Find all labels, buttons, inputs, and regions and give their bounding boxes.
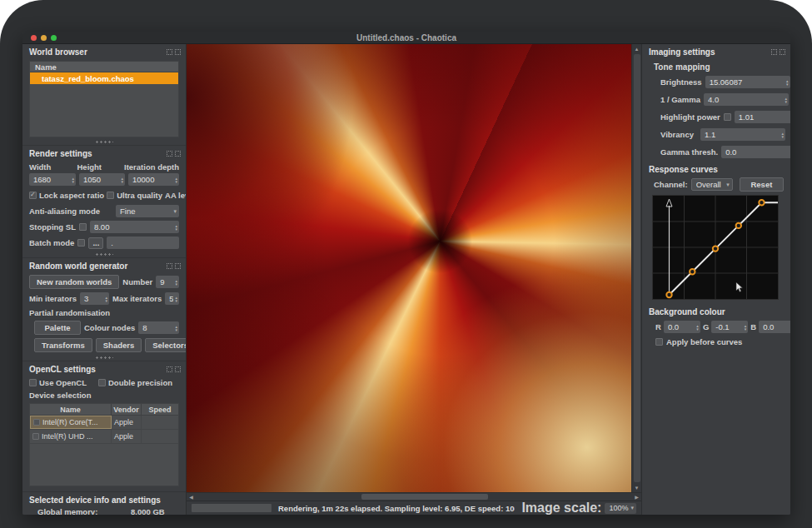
close-panel-icon[interactable] <box>780 49 785 55</box>
viewport-area: ▲ ▼ ◀ ▶ Rendering, 1m 22s elapsed. Sampl… <box>187 44 641 515</box>
spinner-arrows-icon[interactable] <box>780 132 785 138</box>
spinner-arrows-icon[interactable] <box>695 324 700 331</box>
spinner-arrows-icon[interactable] <box>173 296 179 302</box>
scroll-down-icon[interactable]: ▼ <box>632 483 641 492</box>
scroll-left-icon[interactable]: ◀ <box>187 493 196 501</box>
window-title: Untitled.chaos - Chaotica <box>22 33 790 42</box>
new-random-worlds-button[interactable]: New random worlds <box>29 275 119 289</box>
iteration-depth-field[interactable]: 10000 <box>128 173 179 186</box>
highlight-power-checkbox[interactable] <box>724 113 731 121</box>
fractal-render-view[interactable] <box>187 44 631 492</box>
highlight-power-field[interactable]: 1.01 <box>735 111 790 123</box>
gamma-thresh-field[interactable]: 0.0 <box>721 146 790 158</box>
vibrancy-label: Vibrancy <box>660 130 697 139</box>
ultra-quality-checkbox[interactable] <box>107 192 114 199</box>
double-precision-checkbox[interactable] <box>98 379 106 386</box>
device-selection-label: Device selection <box>29 391 91 400</box>
r-field[interactable]: 0.0 <box>664 321 700 333</box>
max-iterators-field[interactable]: 5 <box>165 292 179 305</box>
render-settings-title: Render settings <box>29 149 92 158</box>
scroll-right-icon[interactable]: ▶ <box>632 493 641 501</box>
close-panel-icon[interactable] <box>175 366 181 372</box>
height-field[interactable]: 1050 <box>79 173 125 186</box>
gamma-field[interactable]: 4.0 <box>704 93 789 106</box>
selectors-button[interactable]: Selectors <box>145 338 187 352</box>
g-label: G <box>703 322 709 331</box>
splitter-handle[interactable] <box>95 141 113 143</box>
shaders-button[interactable]: Shaders <box>96 338 142 352</box>
app-window: Untitled.chaos - Chaotica World browser … <box>22 32 790 515</box>
image-scale-dropdown[interactable]: 100% <box>605 503 636 514</box>
channel-dropdown[interactable]: Overall <box>691 178 733 191</box>
float-panel-icon[interactable] <box>167 263 172 269</box>
splitter-handle[interactable] <box>95 253 113 256</box>
vertical-scroll-thumb[interactable] <box>634 54 640 482</box>
horizontal-scroll-thumb[interactable] <box>361 494 488 500</box>
g-field[interactable]: -0.1 <box>711 321 748 333</box>
float-panel-icon[interactable] <box>167 366 172 372</box>
close-panel-icon[interactable] <box>175 151 181 157</box>
colour-nodes-field[interactable]: 8 <box>138 321 179 334</box>
spinner-arrows-icon[interactable] <box>173 279 179 286</box>
scroll-up-icon[interactable]: ▲ <box>632 44 641 53</box>
stopping-sl-checkbox[interactable] <box>79 223 87 231</box>
response-curves-title: Response curves <box>642 161 790 176</box>
palette-button[interactable]: Palette <box>34 321 81 335</box>
title-bar: Untitled.chaos - Chaotica <box>22 32 790 44</box>
width-field[interactable]: 1680 <box>29 173 76 186</box>
b-field[interactable]: 0.0 <box>759 321 790 333</box>
use-opencl-checkbox[interactable] <box>29 379 37 386</box>
r-label: R <box>655 322 661 331</box>
b-label: B <box>750 322 756 331</box>
browse-button[interactable]: ... <box>88 237 103 249</box>
table-row[interactable]: Intel(R) UHD ... Apple <box>30 430 178 444</box>
chevron-down-icon <box>724 182 732 188</box>
device-info-title: Selected device info and settings <box>29 496 161 505</box>
spinner-arrows-icon[interactable] <box>173 325 179 331</box>
world-list-selected-row[interactable]: tatasz_red_bloom.chaos <box>30 72 178 84</box>
spinner-arrows-icon[interactable] <box>173 177 179 183</box>
render-progress-bar <box>192 504 271 512</box>
transforms-button[interactable]: Transforms <box>34 338 92 352</box>
batch-path-field[interactable]: . <box>107 237 179 249</box>
float-panel-icon[interactable] <box>167 151 172 157</box>
min-iterators-field[interactable]: 3 <box>80 292 109 305</box>
curve-editor[interactable] <box>652 195 779 300</box>
col-vendor[interactable]: Vendor <box>112 404 142 415</box>
device-table[interactable]: Name Vendor Speed Intel(R) Core(T... App… <box>29 403 179 486</box>
lock-aspect-label: Lock aspect ratio <box>39 191 104 200</box>
close-panel-icon[interactable] <box>175 49 181 55</box>
lock-aspect-checkbox[interactable] <box>29 192 37 199</box>
spinner-arrows-icon[interactable] <box>743 324 749 331</box>
background-colour-title: Background colour <box>642 303 790 318</box>
float-panel-icon[interactable] <box>167 49 172 55</box>
spinner-arrows-icon[interactable] <box>119 177 125 183</box>
apply-before-curves-checkbox[interactable] <box>655 338 663 346</box>
device-checkbox[interactable] <box>32 433 39 440</box>
spinner-arrows-icon[interactable] <box>173 224 179 231</box>
number-field[interactable]: 9 <box>156 276 179 288</box>
col-name[interactable]: Name <box>30 404 112 415</box>
spinner-arrows-icon[interactable] <box>785 79 790 86</box>
global-memory-label: Global memory: <box>37 507 127 515</box>
response-curve-graph[interactable] <box>653 196 778 299</box>
table-row[interactable]: Intel(R) Core(T... Apple <box>30 416 178 430</box>
spinner-arrows-icon[interactable] <box>784 97 790 103</box>
stopping-sl-field[interactable]: 8.00 <box>90 221 179 233</box>
spinner-arrows-icon[interactable] <box>70 177 76 183</box>
batch-mode-checkbox[interactable] <box>77 239 85 247</box>
reset-curves-button[interactable]: Reset <box>740 177 784 192</box>
horizontal-scrollbar[interactable]: ◀ ▶ <box>187 492 641 501</box>
aa-mode-dropdown[interactable]: Fine <box>116 205 179 217</box>
float-panel-icon[interactable] <box>771 49 777 55</box>
max-iterators-label: Max iterators <box>112 294 162 303</box>
spinner-arrows-icon[interactable] <box>104 296 110 302</box>
close-panel-icon[interactable] <box>175 263 181 269</box>
col-speed[interactable]: Speed <box>142 404 178 415</box>
brightness-field[interactable]: 15.06087 <box>705 76 790 88</box>
world-list[interactable]: Name tatasz_red_bloom.chaos <box>29 61 179 137</box>
device-checkbox[interactable] <box>33 419 40 426</box>
vertical-scrollbar[interactable]: ▲ ▼ <box>631 44 641 492</box>
vibrancy-field[interactable]: 1.1 <box>700 128 785 141</box>
splitter-handle[interactable] <box>95 356 113 359</box>
